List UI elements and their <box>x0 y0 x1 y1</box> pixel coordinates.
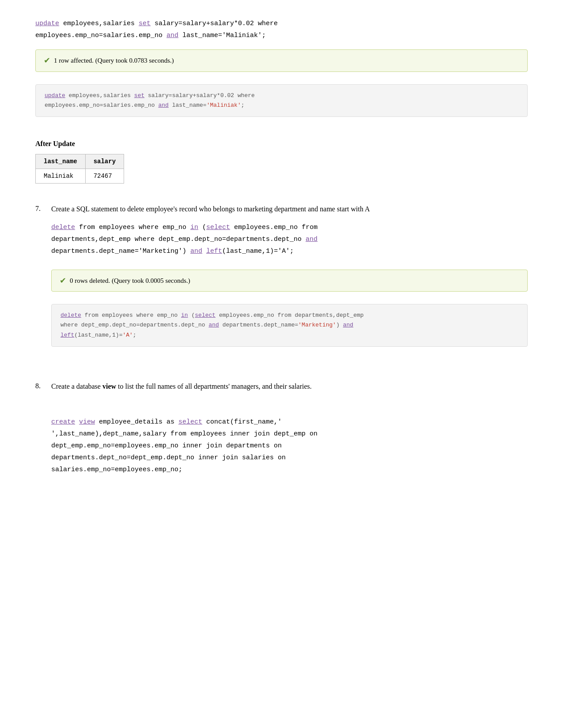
delete-keyword[interactable]: delete <box>51 224 75 231</box>
result-text-7: 0 rows deleted. (Query took 0.0005 secon… <box>70 275 190 286</box>
result-box-1: ✔ 1 row affected. (Query took 0.0783 sec… <box>35 49 528 72</box>
and-keyword-3[interactable]: and <box>190 248 202 255</box>
view-bold: view <box>102 383 116 390</box>
item-7-sql-line-2: departments,dept_emp where dept_emp.dept… <box>51 233 528 245</box>
and-keyword-1[interactable]: and <box>166 32 178 39</box>
select-keyword-7[interactable]: select <box>206 224 230 231</box>
checkmark-icon-1: ✔ <box>44 54 50 67</box>
cell-salary: 72467 <box>85 169 124 183</box>
sql-line-2: employees.emp_no=salaries.emp_no and las… <box>35 30 528 41</box>
item-8-content: Create a database view to list the full … <box>51 380 528 484</box>
view-keyword[interactable]: view <box>79 418 95 426</box>
item-7-sql-line-3: departments.dept_name='Marketing') and l… <box>51 245 528 257</box>
result-box-7: ✔ 0 rows deleted. (Query took 0.0005 sec… <box>51 270 528 292</box>
item-7-sql: delete from employees where emp_no in (s… <box>51 221 528 257</box>
after-update-table: last_name salary Maliniak 72467 <box>35 154 124 184</box>
col-last-name: last_name <box>36 154 86 169</box>
after-update-heading: After Update <box>35 138 528 150</box>
create-keyword[interactable]: create <box>51 418 75 426</box>
code-preview-line-2: employees.emp_no=salaries.emp_no and las… <box>45 101 518 110</box>
table-header-row: last_name salary <box>36 154 124 169</box>
col-salary: salary <box>85 154 124 169</box>
list-item-7: 7. Create a SQL statement to delete empl… <box>35 203 528 359</box>
cell-last-name: Maliniak <box>36 169 86 183</box>
top-sql-block: update employees,salaries set salary=sal… <box>35 18 528 41</box>
item-8-sql-line-3: dept_emp.emp_no=employees.emp_no inner j… <box>51 440 528 452</box>
sql-line-1: update employees,salaries set salary=sal… <box>35 18 528 30</box>
in-keyword[interactable]: in <box>190 224 198 231</box>
code-preview-line-1: update employees,salaries set salary=sal… <box>45 91 518 101</box>
item-8-number: 8. <box>35 380 46 484</box>
table-row: Maliniak 72467 <box>36 169 124 183</box>
code-preview-7-line-1: delete from employees where emp_no in (s… <box>60 311 518 320</box>
item-7-number: 7. <box>35 203 46 359</box>
result-text-1: 1 row affected. (Query took 0.0783 secon… <box>54 55 174 66</box>
code-preview-7-line-3: left(last_name,1)='A'; <box>60 330 518 340</box>
and-keyword-2[interactable]: and <box>306 236 317 243</box>
item-8-sql-line-4: departments.dept_no=dept_emp.dept_no inn… <box>51 452 528 464</box>
code-preview-7: delete from employees where emp_no in (s… <box>51 304 528 346</box>
item-7-sql-line-1: delete from employees where emp_no in (s… <box>51 221 528 233</box>
left-keyword[interactable]: left <box>206 248 222 255</box>
item-8-sql: create view employee_details as select c… <box>51 416 528 476</box>
item-8-description: Create a database view to list the full … <box>51 380 528 392</box>
list-item-8: 8. Create a database view to list the fu… <box>35 380 528 484</box>
item-7-description: Create a SQL statement to delete employe… <box>51 203 528 215</box>
item-7-content: Create a SQL statement to delete employe… <box>51 203 528 359</box>
code-preview-7-line-2: where dept_emp.dept_no=departments.dept_… <box>60 320 518 330</box>
set-keyword[interactable]: set <box>139 20 151 27</box>
item-8-sql-line-1: create view employee_details as select c… <box>51 416 528 428</box>
after-update-section: After Update last_name salary Maliniak 7… <box>35 138 528 184</box>
update-keyword[interactable]: update <box>35 20 59 27</box>
checkmark-icon-7: ✔ <box>60 274 66 287</box>
code-preview-1: update employees,salaries set salary=sal… <box>35 84 528 117</box>
item-8-sql-line-2: ',last_name),dept_name,salary from emplo… <box>51 428 528 440</box>
select-keyword-8[interactable]: select <box>178 418 202 426</box>
item-8-sql-line-5: salaries.emp_no=employees.emp_no; <box>51 464 528 476</box>
